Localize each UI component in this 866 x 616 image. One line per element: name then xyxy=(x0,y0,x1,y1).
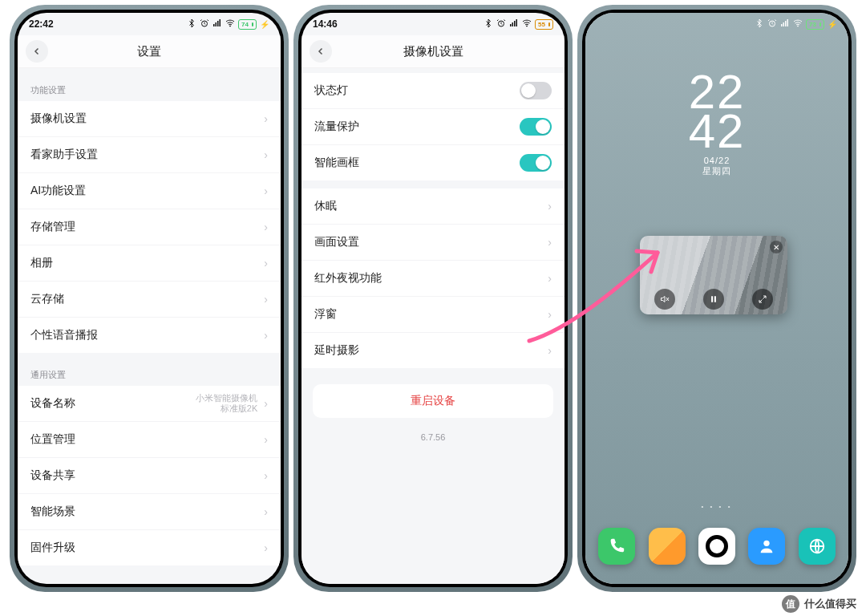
svg-rect-13 xyxy=(781,24,783,26)
bluetooth-icon xyxy=(187,18,196,30)
svg-rect-18 xyxy=(711,296,713,302)
svg-point-17 xyxy=(798,26,799,26)
clock: 22:42 xyxy=(29,18,54,30)
row-voice[interactable]: 个性语音播报› xyxy=(18,318,281,353)
svg-point-20 xyxy=(764,541,770,546)
chevron-right-icon: › xyxy=(264,257,268,270)
chevron-right-icon: › xyxy=(264,397,268,410)
page-title: 设置 xyxy=(137,44,161,59)
chevron-right-icon: › xyxy=(548,308,552,321)
watermark-badge-icon: 值 xyxy=(782,595,799,613)
status-bar: 14:46 55 xyxy=(301,13,565,35)
signal-icon xyxy=(212,18,222,30)
home-screen[interactable]: 73 ⚡ 22 42 04/22 星期四 ✕ xyxy=(585,13,848,584)
battery-icon: 73 xyxy=(806,19,824,30)
alarm-icon xyxy=(496,18,506,30)
row-location[interactable]: 位置管理› xyxy=(18,422,281,458)
row-ai-settings[interactable]: AI功能设置› xyxy=(18,173,281,209)
dock xyxy=(585,528,848,565)
wifi-icon xyxy=(225,18,235,30)
section-header: 通用设置 xyxy=(18,361,281,386)
svg-rect-4 xyxy=(220,19,221,26)
row-nightvision[interactable]: 红外夜视功能› xyxy=(301,261,565,297)
row-share[interactable]: 设备共享› xyxy=(18,458,281,494)
svg-rect-1 xyxy=(213,24,215,26)
svg-rect-15 xyxy=(785,21,787,26)
pip-pause-button[interactable] xyxy=(703,289,724,310)
wifi-icon xyxy=(522,18,532,30)
clock: 14:46 xyxy=(313,18,338,30)
watermark: 值 什么值得买 xyxy=(782,595,856,613)
pip-close-button[interactable]: ✕ xyxy=(770,241,783,253)
watermark-text: 什么值得买 xyxy=(804,597,856,611)
phone-frame-2: 14:46 55 摄像机设置 状态灯 流量保护 智能画框 xyxy=(293,5,573,592)
svg-rect-7 xyxy=(510,24,512,26)
back-button[interactable] xyxy=(310,40,332,63)
alarm-icon xyxy=(200,18,209,30)
chevron-right-icon: › xyxy=(264,433,268,446)
alarm-icon xyxy=(767,18,777,30)
row-album[interactable]: 相册› xyxy=(18,245,281,282)
app-notes-icon[interactable] xyxy=(649,528,686,565)
status-bar: 22:42 74 ⚡ xyxy=(18,13,281,35)
svg-rect-14 xyxy=(783,22,785,26)
svg-rect-2 xyxy=(216,22,217,26)
status-icons: 74 ⚡ xyxy=(187,18,269,30)
svg-rect-3 xyxy=(217,21,219,26)
svg-rect-19 xyxy=(714,296,716,302)
row-smart-scene[interactable]: 智能场景› xyxy=(18,494,281,530)
pip-camera-window[interactable]: ✕ xyxy=(640,236,787,314)
app-browser-icon[interactable] xyxy=(799,528,836,565)
chevron-right-icon: › xyxy=(548,200,552,213)
app-phone-icon[interactable] xyxy=(598,528,635,565)
row-storage[interactable]: 存储管理› xyxy=(18,209,281,245)
toggle-data-saver[interactable] xyxy=(520,118,552,136)
toggle-smart-frame[interactable] xyxy=(520,154,552,172)
app-camera-icon[interactable] xyxy=(698,528,735,565)
wifi-icon xyxy=(793,18,803,30)
app-contacts-icon[interactable] xyxy=(748,528,785,565)
pip-expand-button[interactable] xyxy=(752,289,773,310)
chevron-right-icon: › xyxy=(264,221,268,233)
bluetooth-icon xyxy=(484,18,493,30)
signal-icon xyxy=(780,18,790,30)
pip-mute-button[interactable] xyxy=(654,289,675,310)
svg-rect-9 xyxy=(514,21,516,26)
row-status-led: 状态灯 xyxy=(301,73,565,109)
row-data-saver: 流量保护 xyxy=(301,109,565,145)
header: 设置 xyxy=(18,35,281,68)
chevron-right-icon: › xyxy=(264,112,268,125)
header: 摄像机设置 xyxy=(301,35,565,68)
chevron-right-icon: › xyxy=(264,505,268,518)
device-name-value: 小米智能摄像机标准版2K xyxy=(196,393,257,414)
chevron-right-icon: › xyxy=(264,148,268,161)
row-sleep[interactable]: 休眠› xyxy=(301,188,565,225)
row-camera-settings[interactable]: 摄像机设置› xyxy=(18,101,281,137)
chevron-right-icon: › xyxy=(264,469,268,482)
row-device-name[interactable]: 设备名称 小米智能摄像机标准版2K › xyxy=(18,386,281,422)
signal-icon xyxy=(509,18,519,30)
svg-point-5 xyxy=(230,26,231,26)
back-button[interactable] xyxy=(26,40,48,63)
row-firmware[interactable]: 固件升级› xyxy=(18,530,281,565)
bluetooth-icon xyxy=(755,18,764,30)
battery-icon: 55 xyxy=(535,19,553,30)
row-display[interactable]: 画面设置› xyxy=(301,225,565,261)
svg-rect-10 xyxy=(516,19,518,26)
row-home-guard[interactable]: 看家助手设置› xyxy=(18,137,281,173)
clock-widget: 22 42 04/22 星期四 xyxy=(585,72,848,177)
svg-point-11 xyxy=(527,26,528,26)
chevron-right-icon: › xyxy=(548,344,552,357)
row-cloud[interactable]: 云存储› xyxy=(18,282,281,318)
charging-icon: ⚡ xyxy=(260,20,269,29)
status-icons: 55 xyxy=(484,18,553,30)
chevron-right-icon: › xyxy=(264,541,268,554)
toggle-status-led[interactable] xyxy=(520,82,552,99)
battery-icon: 74 xyxy=(238,19,257,30)
row-timelapse[interactable]: 延时摄影› xyxy=(301,333,565,368)
version-text: 6.7.56 xyxy=(313,432,553,442)
row-pip[interactable]: 浮窗› xyxy=(301,297,565,333)
restart-device-button[interactable]: 重启设备 xyxy=(313,384,553,418)
chevron-right-icon: › xyxy=(264,184,268,197)
phone-frame-3: 73 ⚡ 22 42 04/22 星期四 ✕ xyxy=(577,5,856,592)
